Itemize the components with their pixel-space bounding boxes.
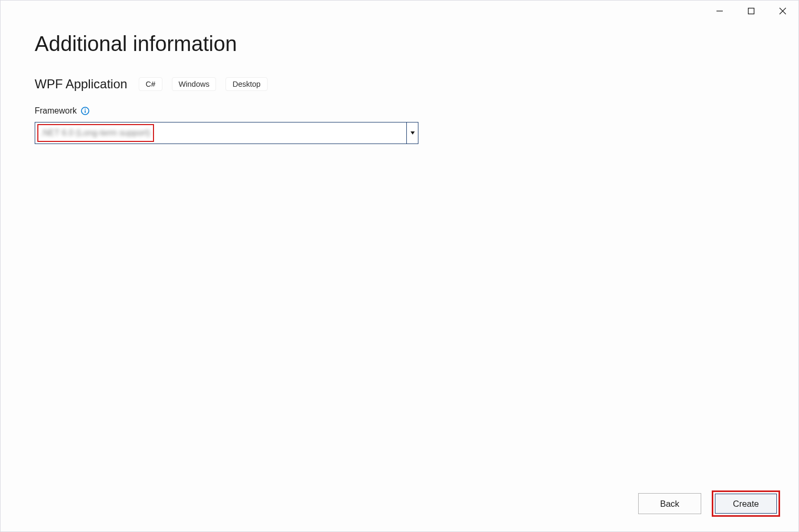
create-button-highlight: Create: [712, 490, 780, 517]
close-button[interactable]: [767, 1, 798, 22]
close-icon: [779, 7, 786, 15]
minimize-button[interactable]: [704, 1, 735, 22]
framework-field: Framework .NET 6.0 (Long-term support): [35, 106, 764, 144]
template-tag: Desktop: [226, 77, 267, 91]
info-icon[interactable]: [81, 107, 89, 115]
framework-select-value-area: .NET 6.0 (Long-term support): [35, 122, 406, 144]
maximize-button[interactable]: [735, 1, 767, 22]
template-name: WPF Application: [35, 77, 127, 91]
template-tag: Windows: [172, 77, 217, 91]
svg-rect-6: [85, 109, 86, 110]
framework-label: Framework: [35, 106, 77, 116]
page-title: Additional information: [35, 32, 764, 56]
framework-selected-value: .NET 6.0 (Long-term support): [40, 128, 150, 138]
back-button[interactable]: Back: [638, 493, 701, 514]
svg-marker-7: [411, 131, 415, 135]
template-info-row: WPF Application C# Windows Desktop: [35, 77, 764, 91]
content-area: Additional information WPF Application C…: [35, 32, 764, 149]
template-tag: C#: [139, 77, 162, 91]
svg-rect-5: [85, 110, 86, 113]
create-button[interactable]: Create: [715, 494, 777, 514]
svg-rect-1: [749, 8, 754, 14]
maximize-icon: [747, 7, 755, 15]
dialog-footer: Back Create: [638, 490, 780, 517]
framework-label-row: Framework: [35, 106, 764, 116]
window-titlebar: [704, 1, 798, 22]
framework-select-arrow[interactable]: [406, 122, 418, 144]
chevron-down-icon: [411, 131, 415, 135]
minimize-icon: [716, 7, 723, 15]
framework-select[interactable]: .NET 6.0 (Long-term support): [35, 122, 418, 144]
